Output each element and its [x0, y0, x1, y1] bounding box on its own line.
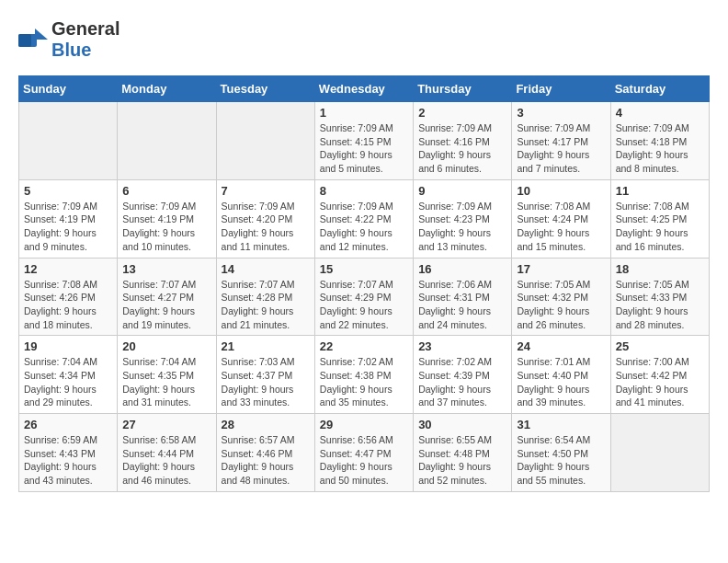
svg-rect-2	[18, 34, 31, 47]
calendar-day-cell: 18Sunrise: 7:05 AM Sunset: 4:33 PM Dayli…	[610, 258, 709, 336]
calendar-day-cell: 8Sunrise: 7:09 AM Sunset: 4:22 PM Daylig…	[314, 179, 413, 258]
day-detail: Sunrise: 7:08 AM Sunset: 4:24 PM Dayligh…	[517, 200, 605, 254]
weekday-header: Friday	[512, 76, 610, 102]
day-number: 27	[122, 418, 210, 431]
day-detail: Sunrise: 7:09 AM Sunset: 4:15 PM Dayligh…	[320, 121, 408, 176]
calendar-day-cell: 19Sunrise: 7:04 AM Sunset: 4:34 PM Dayli…	[19, 336, 118, 414]
day-number: 13	[122, 262, 210, 276]
calendar-week-row: 26Sunrise: 6:59 AM Sunset: 4:43 PM Dayli…	[19, 414, 710, 492]
weekday-header: Monday	[118, 76, 216, 102]
weekday-header: Sunday	[19, 76, 118, 102]
logo-icon	[18, 27, 48, 52]
day-number: 5	[24, 184, 112, 198]
day-number: 25	[616, 339, 704, 353]
day-detail: Sunrise: 7:09 AM Sunset: 4:17 PM Dayligh…	[517, 121, 605, 176]
day-number: 1	[320, 106, 408, 120]
calendar-day-cell: 11Sunrise: 7:08 AM Sunset: 4:25 PM Dayli…	[610, 179, 709, 258]
day-number: 19	[24, 339, 112, 353]
calendar-day-cell: 24Sunrise: 7:01 AM Sunset: 4:40 PM Dayli…	[512, 336, 610, 414]
day-number: 11	[616, 184, 704, 198]
logo-blue: Blue	[51, 40, 91, 60]
day-detail: Sunrise: 7:03 AM Sunset: 4:37 PM Dayligh…	[222, 355, 310, 409]
day-detail: Sunrise: 7:01 AM Sunset: 4:40 PM Dayligh…	[517, 355, 605, 409]
day-number: 9	[418, 184, 506, 198]
calendar-day-cell: 23Sunrise: 7:02 AM Sunset: 4:39 PM Dayli…	[414, 336, 512, 414]
day-number: 6	[122, 184, 210, 198]
day-number: 17	[517, 262, 605, 276]
day-detail: Sunrise: 6:55 AM Sunset: 4:48 PM Dayligh…	[418, 433, 506, 488]
calendar-day-cell: 29Sunrise: 6:56 AM Sunset: 4:47 PM Dayli…	[314, 414, 413, 492]
day-number: 4	[616, 106, 704, 120]
calendar-table: SundayMondayTuesdayWednesdayThursdayFrid…	[18, 75, 710, 492]
day-number: 20	[122, 339, 210, 353]
calendar-day-cell: 4Sunrise: 7:09 AM Sunset: 4:18 PM Daylig…	[610, 102, 709, 180]
day-number: 3	[517, 106, 605, 120]
day-detail: Sunrise: 7:09 AM Sunset: 4:23 PM Dayligh…	[418, 200, 506, 254]
day-detail: Sunrise: 7:09 AM Sunset: 4:19 PM Dayligh…	[24, 200, 112, 254]
calendar-day-cell: 31Sunrise: 6:54 AM Sunset: 4:50 PM Dayli…	[512, 414, 610, 492]
calendar-day-cell: 27Sunrise: 6:58 AM Sunset: 4:44 PM Dayli…	[118, 414, 216, 492]
weekday-header: Saturday	[610, 76, 709, 102]
calendar-day-cell: 7Sunrise: 7:09 AM Sunset: 4:20 PM Daylig…	[216, 179, 314, 258]
day-detail: Sunrise: 7:02 AM Sunset: 4:39 PM Dayligh…	[418, 355, 506, 409]
day-number: 24	[517, 339, 605, 353]
day-detail: Sunrise: 7:07 AM Sunset: 4:28 PM Dayligh…	[222, 278, 310, 332]
calendar-day-cell: 20Sunrise: 7:04 AM Sunset: 4:35 PM Dayli…	[118, 336, 216, 414]
day-number: 2	[418, 106, 506, 120]
logo: General Blue	[18, 18, 119, 61]
day-number: 15	[320, 262, 408, 276]
day-number: 10	[517, 184, 605, 198]
calendar-week-row: 5Sunrise: 7:09 AM Sunset: 4:19 PM Daylig…	[19, 179, 710, 258]
calendar-day-cell: 15Sunrise: 7:07 AM Sunset: 4:29 PM Dayli…	[314, 258, 413, 336]
calendar-week-row: 19Sunrise: 7:04 AM Sunset: 4:34 PM Dayli…	[19, 336, 710, 414]
day-detail: Sunrise: 6:57 AM Sunset: 4:46 PM Dayligh…	[222, 433, 310, 488]
day-detail: Sunrise: 7:09 AM Sunset: 4:22 PM Dayligh…	[320, 200, 408, 254]
day-detail: Sunrise: 7:06 AM Sunset: 4:31 PM Dayligh…	[418, 278, 506, 332]
logo-general: General	[51, 18, 119, 39]
day-detail: Sunrise: 6:58 AM Sunset: 4:44 PM Dayligh…	[122, 433, 210, 488]
calendar-day-cell: 22Sunrise: 7:02 AM Sunset: 4:38 PM Dayli…	[314, 336, 413, 414]
day-number: 21	[222, 339, 310, 353]
day-detail: Sunrise: 7:05 AM Sunset: 4:32 PM Dayligh…	[517, 278, 605, 332]
calendar-day-cell: 12Sunrise: 7:08 AM Sunset: 4:26 PM Dayli…	[19, 258, 118, 336]
calendar-day-cell: 5Sunrise: 7:09 AM Sunset: 4:19 PM Daylig…	[19, 179, 118, 258]
calendar-day-cell: 3Sunrise: 7:09 AM Sunset: 4:17 PM Daylig…	[512, 102, 610, 180]
calendar-week-row: 12Sunrise: 7:08 AM Sunset: 4:26 PM Dayli…	[19, 258, 710, 336]
calendar-day-cell: 13Sunrise: 7:07 AM Sunset: 4:27 PM Dayli…	[118, 258, 216, 336]
calendar-day-cell: 17Sunrise: 7:05 AM Sunset: 4:32 PM Dayli…	[512, 258, 610, 336]
day-number: 28	[222, 418, 310, 431]
day-detail: Sunrise: 7:09 AM Sunset: 4:16 PM Dayligh…	[418, 121, 506, 176]
day-number: 14	[222, 262, 310, 276]
day-detail: Sunrise: 7:09 AM Sunset: 4:19 PM Dayligh…	[122, 200, 210, 254]
day-number: 23	[418, 339, 506, 353]
day-number: 16	[418, 262, 506, 276]
calendar-day-cell: 30Sunrise: 6:55 AM Sunset: 4:48 PM Dayli…	[414, 414, 512, 492]
calendar-week-row: 1Sunrise: 7:09 AM Sunset: 4:15 PM Daylig…	[19, 102, 710, 180]
calendar-day-cell: 28Sunrise: 6:57 AM Sunset: 4:46 PM Dayli…	[216, 414, 314, 492]
calendar-day-cell: 10Sunrise: 7:08 AM Sunset: 4:24 PM Dayli…	[512, 179, 610, 258]
day-number: 31	[517, 418, 605, 431]
day-number: 26	[24, 418, 112, 431]
day-detail: Sunrise: 6:56 AM Sunset: 4:47 PM Dayligh…	[320, 433, 408, 488]
weekday-header: Tuesday	[216, 76, 314, 102]
day-detail: Sunrise: 7:04 AM Sunset: 4:34 PM Dayligh…	[24, 355, 112, 409]
day-detail: Sunrise: 7:04 AM Sunset: 4:35 PM Dayligh…	[122, 355, 210, 409]
calendar-day-cell: 21Sunrise: 7:03 AM Sunset: 4:37 PM Dayli…	[216, 336, 314, 414]
weekday-header-row: SundayMondayTuesdayWednesdayThursdayFrid…	[19, 76, 710, 102]
calendar-day-cell: 1Sunrise: 7:09 AM Sunset: 4:15 PM Daylig…	[314, 102, 413, 180]
calendar-day-cell: 26Sunrise: 6:59 AM Sunset: 4:43 PM Dayli…	[19, 414, 118, 492]
day-detail: Sunrise: 7:09 AM Sunset: 4:18 PM Dayligh…	[616, 121, 704, 176]
day-detail: Sunrise: 7:05 AM Sunset: 4:33 PM Dayligh…	[616, 278, 704, 332]
day-number: 7	[222, 184, 310, 198]
day-number: 29	[320, 418, 408, 431]
day-number: 8	[320, 184, 408, 198]
day-detail: Sunrise: 6:59 AM Sunset: 4:43 PM Dayligh…	[24, 433, 112, 488]
weekday-header: Thursday	[414, 76, 512, 102]
calendar-day-cell	[19, 102, 118, 180]
day-number: 22	[320, 339, 408, 353]
calendar-day-cell: 2Sunrise: 7:09 AM Sunset: 4:16 PM Daylig…	[414, 102, 512, 180]
page-header: General Blue	[18, 18, 710, 61]
day-detail: Sunrise: 7:07 AM Sunset: 4:27 PM Dayligh…	[122, 278, 210, 332]
calendar-day-cell: 6Sunrise: 7:09 AM Sunset: 4:19 PM Daylig…	[118, 179, 216, 258]
calendar-day-cell: 16Sunrise: 7:06 AM Sunset: 4:31 PM Dayli…	[414, 258, 512, 336]
